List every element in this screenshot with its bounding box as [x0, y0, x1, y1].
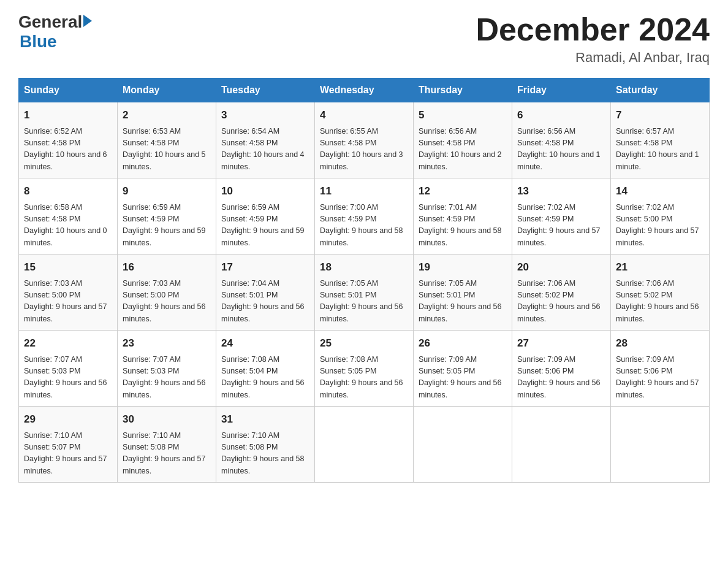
calendar-cell: 30Sunrise: 7:10 AMSunset: 5:08 PMDayligh…	[118, 407, 216, 483]
logo-blue-text: Blue	[20, 32, 57, 52]
calendar-cell: 15Sunrise: 7:03 AMSunset: 5:00 PMDayligh…	[19, 255, 118, 331]
day-info: Sunrise: 6:56 AMSunset: 4:58 PMDaylight:…	[517, 126, 605, 174]
day-number: 20	[517, 259, 605, 275]
day-number: 1	[24, 107, 112, 123]
calendar-cell: 28Sunrise: 7:09 AMSunset: 5:06 PMDayligh…	[611, 331, 710, 407]
calendar-cell	[512, 407, 611, 483]
day-info: Sunrise: 7:02 AMSunset: 4:59 PMDaylight:…	[517, 202, 605, 250]
day-info: Sunrise: 6:56 AMSunset: 4:58 PMDaylight:…	[419, 126, 507, 174]
day-info: Sunrise: 7:04 AMSunset: 5:01 PMDaylight:…	[221, 278, 309, 326]
day-info: Sunrise: 7:01 AMSunset: 4:59 PMDaylight:…	[419, 202, 507, 250]
day-number: 31	[221, 412, 309, 427]
day-info: Sunrise: 7:09 AMSunset: 5:06 PMDaylight:…	[517, 354, 605, 402]
day-number: 26	[419, 335, 507, 351]
day-info: Sunrise: 6:58 AMSunset: 4:58 PMDaylight:…	[24, 202, 112, 250]
calendar-cell: 13Sunrise: 7:02 AMSunset: 4:59 PMDayligh…	[512, 178, 611, 255]
calendar-cell: 19Sunrise: 7:05 AMSunset: 5:01 PMDayligh…	[414, 255, 512, 331]
calendar-cell	[315, 407, 414, 483]
day-info: Sunrise: 6:52 AMSunset: 4:58 PMDaylight:…	[24, 126, 112, 174]
calendar-cell: 2Sunrise: 6:53 AMSunset: 4:58 PMDaylight…	[118, 102, 216, 178]
calendar-cell: 1Sunrise: 6:52 AMSunset: 4:58 PMDaylight…	[19, 102, 118, 178]
day-number: 30	[123, 412, 211, 427]
month-title: December 2024	[476, 12, 710, 47]
calendar-cell: 20Sunrise: 7:06 AMSunset: 5:02 PMDayligh…	[512, 255, 611, 331]
column-header-saturday: Saturday	[611, 79, 710, 102]
location-title: Ramadi, Al Anbar, Iraq	[476, 50, 710, 66]
day-number: 24	[221, 335, 309, 351]
calendar-cell: 8Sunrise: 6:58 AMSunset: 4:58 PMDaylight…	[19, 178, 118, 255]
day-info: Sunrise: 6:57 AMSunset: 4:58 PMDaylight:…	[616, 126, 704, 174]
title-block: December 2024 Ramadi, Al Anbar, Iraq	[476, 12, 710, 66]
day-info: Sunrise: 6:53 AMSunset: 4:58 PMDaylight:…	[123, 126, 211, 174]
day-info: Sunrise: 6:59 AMSunset: 4:59 PMDaylight:…	[123, 202, 211, 250]
day-info: Sunrise: 7:05 AMSunset: 5:01 PMDaylight:…	[419, 278, 507, 326]
day-info: Sunrise: 7:10 AMSunset: 5:08 PMDaylight:…	[123, 430, 211, 478]
calendar-cell: 4Sunrise: 6:55 AMSunset: 4:58 PMDaylight…	[315, 102, 414, 178]
day-number: 25	[320, 335, 408, 351]
calendar-cell: 21Sunrise: 7:06 AMSunset: 5:02 PMDayligh…	[611, 255, 710, 331]
day-number: 18	[320, 259, 408, 275]
calendar-cell: 10Sunrise: 6:59 AMSunset: 4:59 PMDayligh…	[216, 178, 315, 255]
day-number: 11	[320, 183, 408, 199]
calendar-cell: 11Sunrise: 7:00 AMSunset: 4:59 PMDayligh…	[315, 178, 414, 255]
day-number: 3	[221, 107, 309, 123]
calendar-cell: 29Sunrise: 7:10 AMSunset: 5:07 PMDayligh…	[19, 407, 118, 483]
calendar-cell: 6Sunrise: 6:56 AMSunset: 4:58 PMDaylight…	[512, 102, 611, 178]
day-info: Sunrise: 7:09 AMSunset: 5:05 PMDaylight:…	[419, 354, 507, 402]
day-info: Sunrise: 7:10 AMSunset: 5:08 PMDaylight:…	[221, 430, 309, 478]
day-number: 23	[123, 335, 211, 351]
day-info: Sunrise: 7:09 AMSunset: 5:06 PMDaylight:…	[616, 354, 704, 402]
day-info: Sunrise: 6:55 AMSunset: 4:58 PMDaylight:…	[320, 126, 408, 174]
day-number: 13	[517, 183, 605, 199]
day-number: 10	[221, 183, 309, 199]
calendar-cell: 26Sunrise: 7:09 AMSunset: 5:05 PMDayligh…	[414, 331, 512, 407]
logo-general-text: General	[18, 12, 82, 32]
calendar-week-row: 8Sunrise: 6:58 AMSunset: 4:58 PMDaylight…	[19, 178, 710, 255]
page-header: General Blue December 2024 Ramadi, Al An…	[18, 12, 710, 66]
day-info: Sunrise: 7:05 AMSunset: 5:01 PMDaylight:…	[320, 278, 408, 326]
day-number: 14	[616, 183, 704, 199]
day-number: 9	[123, 183, 211, 199]
day-number: 19	[419, 259, 507, 275]
day-number: 12	[419, 183, 507, 199]
day-number: 7	[616, 107, 704, 123]
day-number: 15	[24, 259, 112, 275]
day-number: 29	[24, 412, 112, 427]
day-number: 21	[616, 259, 704, 275]
calendar-table: SundayMondayTuesdayWednesdayThursdayFrid…	[18, 78, 710, 483]
calendar-week-row: 29Sunrise: 7:10 AMSunset: 5:07 PMDayligh…	[19, 407, 710, 483]
calendar-cell	[414, 407, 512, 483]
day-number: 16	[123, 259, 211, 275]
day-info: Sunrise: 7:06 AMSunset: 5:02 PMDaylight:…	[616, 278, 704, 326]
column-header-sunday: Sunday	[19, 79, 118, 102]
day-info: Sunrise: 7:07 AMSunset: 5:03 PMDaylight:…	[24, 354, 112, 402]
day-info: Sunrise: 7:08 AMSunset: 5:04 PMDaylight:…	[221, 354, 309, 402]
column-header-friday: Friday	[512, 79, 611, 102]
calendar-header-row: SundayMondayTuesdayWednesdayThursdayFrid…	[19, 79, 710, 102]
day-info: Sunrise: 7:07 AMSunset: 5:03 PMDaylight:…	[123, 354, 211, 402]
column-header-monday: Monday	[118, 79, 216, 102]
calendar-cell: 7Sunrise: 6:57 AMSunset: 4:58 PMDaylight…	[611, 102, 710, 178]
logo-arrow-icon	[83, 15, 92, 27]
calendar-cell: 22Sunrise: 7:07 AMSunset: 5:03 PMDayligh…	[19, 331, 118, 407]
day-info: Sunrise: 7:03 AMSunset: 5:00 PMDaylight:…	[24, 278, 112, 326]
calendar-cell	[611, 407, 710, 483]
day-number: 22	[24, 335, 112, 351]
day-number: 4	[320, 107, 408, 123]
calendar-cell: 23Sunrise: 7:07 AMSunset: 5:03 PMDayligh…	[118, 331, 216, 407]
calendar-cell: 25Sunrise: 7:08 AMSunset: 5:05 PMDayligh…	[315, 331, 414, 407]
calendar-week-row: 22Sunrise: 7:07 AMSunset: 5:03 PMDayligh…	[19, 331, 710, 407]
calendar-cell: 14Sunrise: 7:02 AMSunset: 5:00 PMDayligh…	[611, 178, 710, 255]
logo: General Blue	[18, 12, 92, 52]
column-header-tuesday: Tuesday	[216, 79, 315, 102]
day-number: 8	[24, 183, 112, 199]
column-header-wednesday: Wednesday	[315, 79, 414, 102]
day-info: Sunrise: 7:02 AMSunset: 5:00 PMDaylight:…	[616, 202, 704, 250]
day-number: 28	[616, 335, 704, 351]
day-info: Sunrise: 6:59 AMSunset: 4:59 PMDaylight:…	[221, 202, 309, 250]
column-header-thursday: Thursday	[414, 79, 512, 102]
day-info: Sunrise: 7:03 AMSunset: 5:00 PMDaylight:…	[123, 278, 211, 326]
calendar-week-row: 1Sunrise: 6:52 AMSunset: 4:58 PMDaylight…	[19, 102, 710, 178]
day-info: Sunrise: 7:10 AMSunset: 5:07 PMDaylight:…	[24, 430, 112, 478]
day-info: Sunrise: 7:00 AMSunset: 4:59 PMDaylight:…	[320, 202, 408, 250]
